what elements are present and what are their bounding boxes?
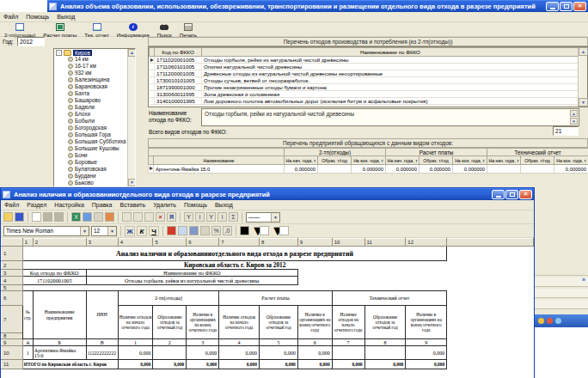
chevron-down-icon[interactable]: ▼: [251, 223, 258, 239]
border-none-button[interactable]: [279, 226, 289, 235]
doc-subtitle[interactable]: Кировская область г. Киров за 2012: [22, 261, 446, 270]
tree-item[interactable]: Балезинщина: [54, 76, 135, 83]
restore-button[interactable]: [560, 2, 573, 11]
minimize-button[interactable]: [546, 2, 559, 11]
group-techreport[interactable]: Технический отчет: [332, 291, 446, 306]
row-header[interactable]: 2: [2, 261, 23, 270]
menu-settings[interactable]: Настройка: [54, 202, 83, 208]
row-header[interactable]: 8: [2, 333, 23, 339]
row-header[interactable]: 4: [2, 277, 23, 285]
inn-cell[interactable]: 112222222222: [86, 346, 118, 360]
col-header[interactable]: 4: [118, 239, 153, 247]
tree-item[interactable]: Боровые: [54, 159, 135, 166]
tree-collapse-icon[interactable]: -: [56, 50, 62, 56]
tree-item[interactable]: Быково: [54, 180, 135, 186]
row-delete-icon[interactable]: i: [195, 212, 205, 222]
enterprise-name-cell[interactable]: Аргентина-Ямайка 15:0: [33, 346, 86, 360]
row-header[interactable]: 10: [2, 346, 23, 360]
search-button[interactable]: Поиск: [155, 23, 175, 38]
scroll-up-icon[interactable]: ▲: [579, 47, 588, 56]
col-header[interactable]: 1: [22, 239, 33, 247]
picture-icon[interactable]: [105, 212, 114, 222]
taskbar-icon[interactable]: [547, 318, 553, 324]
inn-col-header[interactable]: ИНН: [86, 291, 118, 339]
waste-row[interactable]: 3140100001995 Лом дорожного полотна авто…: [150, 98, 579, 105]
menu-file[interactable]: Файл: [4, 202, 19, 208]
data-row[interactable]: 10 1 Аргентина-Ямайка 15:0 112222222222 …: [2, 346, 534, 360]
doc-title[interactable]: Анализ наличия и образованииотдельного в…: [22, 247, 446, 261]
waste-row[interactable]: 3130060011995 Зола древесная и соломенна…: [150, 91, 579, 98]
group-2tp[interactable]: 2-тп(отходы): [118, 291, 219, 306]
empty-cell[interactable]: [447, 247, 534, 261]
tree-item[interactable]: Блохи: [54, 111, 135, 118]
tree-item[interactable]: Бурдани: [54, 173, 135, 180]
scroll-down-icon[interactable]: ▼: [570, 118, 578, 125]
cut-icon[interactable]: [133, 212, 143, 222]
col-header[interactable]: 8: [259, 239, 297, 247]
merge-cells-icon[interactable]: [189, 226, 199, 235]
restore-button[interactable]: [505, 190, 518, 199]
border-thick-button[interactable]: [240, 226, 249, 235]
col-header[interactable]: 11: [364, 239, 406, 247]
tree-item[interactable]: 16-17 км: [54, 63, 135, 70]
main-window-titlebar[interactable]: Анализ объема образовании, использовании…: [47, 0, 588, 12]
col-header[interactable]: 3: [86, 239, 118, 247]
empty-cell[interactable]: [447, 291, 534, 306]
close-button[interactable]: ×: [573, 2, 586, 11]
tree-scrollbar[interactable]: ▲ ▼: [127, 49, 135, 186]
percent-icon[interactable]: %: [211, 226, 221, 235]
tree-item[interactable]: Богородская: [54, 125, 135, 131]
refresh-icon[interactable]: [94, 212, 103, 222]
name-value-cell[interactable]: Отходы горбыля, рейки из натуральной чис…: [86, 277, 297, 285]
scroll-up-icon[interactable]: ▲: [128, 49, 136, 57]
info-button[interactable]: i Информация: [114, 23, 152, 38]
col-header[interactable]: 7: [219, 239, 260, 247]
col-header[interactable]: 2: [33, 239, 86, 247]
chevron-down-icon[interactable]: ▼: [271, 223, 278, 239]
raschet-platy-button[interactable]: Расчет платы: [40, 23, 79, 38]
highlight-brush-icon[interactable]: [167, 226, 176, 235]
total-label-cell[interactable]: ИТОГО по Кировская область г. Киров: [22, 360, 118, 369]
chevron-down-icon[interactable]: ▼: [271, 213, 279, 222]
tree-item[interactable]: Бони: [54, 152, 135, 159]
tree-item[interactable]: Бобыли: [54, 118, 135, 125]
tree-item[interactable]: Большая Гора: [54, 131, 135, 138]
print-preview-icon[interactable]: [32, 212, 41, 222]
waste-row[interactable]: 1711020001005 Отходы горбыля, рейки из н…: [150, 57, 579, 64]
col-delete-icon[interactable]: i: [217, 212, 227, 222]
print-icon[interactable]: [43, 212, 52, 222]
menu-exit[interactable]: Выход: [57, 14, 75, 20]
tree-item[interactable]: Бахта: [54, 90, 135, 97]
summary-icon[interactable]: Σ: [229, 212, 238, 222]
empty-cell[interactable]: [447, 360, 534, 369]
border-thin-button[interactable]: [260, 226, 269, 235]
report-window-titlebar[interactable]: Анализ наличия и образованииотдельного в…: [1, 188, 534, 200]
empty-cell[interactable]: [447, 285, 534, 291]
col-header[interactable]: 10: [332, 239, 364, 247]
tp-otkhody-button[interactable]: 2-тп(отходы): [2, 23, 38, 38]
col-header[interactable]: 12: [406, 239, 447, 247]
menu-exit[interactable]: Выход: [215, 202, 233, 208]
line-style-dropdown[interactable]: —— ▼: [246, 212, 280, 223]
col-header[interactable]: 6: [187, 239, 219, 247]
code-value-cell[interactable]: 1711020001005: [22, 277, 86, 285]
name-column-header[interactable]: Наименование по ФККО: [202, 48, 579, 57]
row-header[interactable]: 7: [2, 306, 23, 333]
decimal-icon[interactable]: ,0: [223, 226, 232, 235]
waste-row[interactable]: 1711060101005 Опилки натуральной чистой …: [150, 64, 579, 70]
row-header[interactable]: 9: [2, 339, 23, 346]
tek-otchet-button[interactable]: Тек. отчет: [82, 23, 111, 38]
code-column-header[interactable]: Код по ФККО: [155, 48, 202, 57]
page-setup-icon[interactable]: [54, 212, 64, 222]
chevron-down-icon[interactable]: ▼: [80, 227, 89, 235]
empty-cell[interactable]: [447, 277, 534, 285]
row-header[interactable]: 5: [2, 285, 23, 291]
enterprise-name-header[interactable]: Наименование: [154, 156, 285, 165]
font-name-combo[interactable]: Times New Roman ▼: [3, 226, 89, 236]
save-icon[interactable]: [15, 212, 24, 222]
menu-edit[interactable]: Правка: [92, 202, 113, 208]
fill-color-icon[interactable]: [200, 226, 210, 235]
name-col-header[interactable]: Наименование предприятия: [33, 291, 86, 339]
export-icon[interactable]: [83, 212, 92, 222]
name-label-cell[interactable]: Наименование по ФККО: [86, 270, 297, 277]
